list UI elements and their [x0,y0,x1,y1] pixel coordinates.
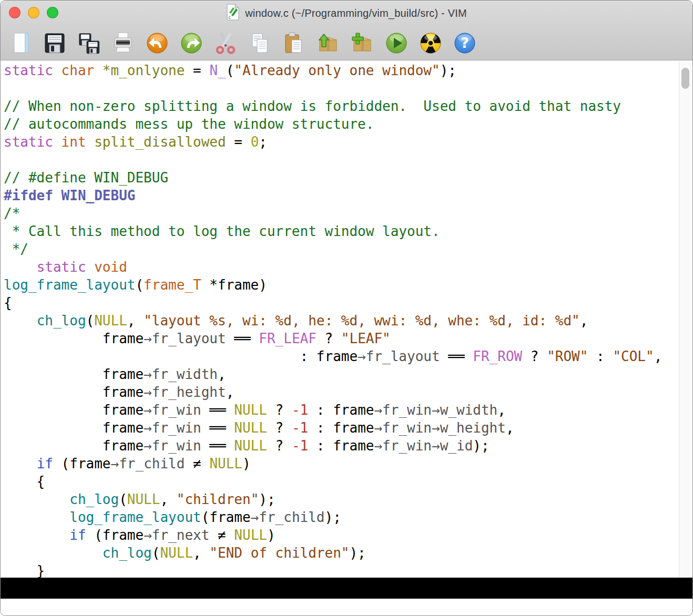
cut-button[interactable] [213,30,238,56]
make-button[interactable] [418,30,443,56]
minimize-button[interactable] [28,7,39,18]
new-document-icon [8,30,33,56]
printer-icon [110,30,136,56]
traffic-lights [9,7,58,18]
svg-text:?: ? [461,35,469,51]
code-line: // #define WIN_DEBUG [4,169,679,187]
scissors-icon [213,30,238,56]
save-session-button[interactable] [350,30,375,56]
code-line: { [4,294,679,312]
vim-window: c window.c (~/Programming/vim_build/src)… [0,0,693,616]
code-line: * Call this method to log the current wi… [4,222,679,240]
box-arrow-icon [315,30,341,56]
load-session-button[interactable] [315,30,341,56]
copy-pages-icon [247,30,272,56]
undo-button[interactable] [145,30,170,56]
command-line[interactable] [1,599,692,615]
code-line: frame→fr_win ══ NULL ? -1 : frame→fr_win… [4,437,679,455]
code-line: log_frame_layout(frame→fr_child); [4,508,679,526]
code-line: frame→fr_height, [4,383,679,401]
question-mark-icon: ? [452,30,477,56]
code-line: */ [4,240,679,258]
code-line: : frame→fr_layout ══ FR_ROW ? "ROW" : "C… [4,347,679,365]
code-line: if (frame→fr_child ≠ NULL) [4,455,679,473]
code-line: frame→fr_width, [4,365,679,383]
redo-arrow-icon [179,30,204,56]
scrollbar-track[interactable] [679,61,692,578]
title-group: c window.c (~/Programming/vim_build/src)… [226,4,467,23]
code-line: static char *m_onlyone = N_("Already onl… [4,61,679,79]
code-line: frame→fr_win ══ NULL ? -1 : frame→fr_win… [4,401,679,419]
status-line: ~/Programming/vim_build/src/window.c 80×… [1,578,692,599]
save-button[interactable] [42,30,67,56]
play-icon [384,30,409,56]
undo-arrow-icon [145,30,170,56]
code-line: ch_log(NULL, "children"); [4,490,679,508]
code-line [4,79,679,97]
double-floppy-icon [76,30,101,56]
svg-text:c: c [228,15,231,20]
code-line: // When non-zero splitting a window is f… [4,97,679,115]
code-line: frame→fr_win ══ NULL ? -1 : frame→fr_win… [4,419,679,437]
code-line: ch_log(NULL, "layout %s, wi: %d, he: %d,… [4,312,679,330]
code-line: // autocommands mess up the window struc… [4,115,679,133]
redo-button[interactable] [179,30,204,56]
paste-button[interactable] [281,30,307,56]
code-line: static int split_disallowed = 0; [4,133,679,151]
code-line: ch_log(NULL, "END of children"); [4,544,679,562]
toolbar: ? [1,26,692,60]
code-line: /* [4,204,679,222]
box-plus-icon [350,30,375,56]
run-script-button[interactable] [384,30,409,56]
print-button[interactable] [110,30,136,56]
scrollbar-thumb[interactable] [681,68,689,89]
code-line: frame→fr_layout ══ FR_LEAF ? "LEAF" [4,330,679,347]
window-title: window.c (~/Programming/vim_build/src) -… [245,7,467,19]
code-line: if (frame→fr_next ≠ NULL) [4,526,679,544]
document-proxy-icon[interactable]: c [226,4,240,23]
clipboard-icon [281,30,307,56]
code-line: { [4,473,679,490]
new-file-button[interactable] [8,30,33,56]
code-line: } [4,562,679,578]
code-line [4,151,679,169]
radiation-icon [418,30,443,56]
floppy-disk-icon [42,30,67,56]
window-header: c window.c (~/Programming/vim_build/src)… [1,1,692,60]
help-button[interactable]: ? [452,30,477,56]
code-line: static void [4,258,679,276]
code-area[interactable]: static char *m_onlyone = N_("Already onl… [1,61,679,578]
close-button[interactable] [9,7,21,18]
code-line: log_frame_layout(frame_T *frame) [4,276,679,294]
copy-button[interactable] [247,30,272,56]
zoom-button[interactable] [47,7,58,18]
titlebar[interactable]: c window.c (~/Programming/vim_build/src)… [1,1,692,26]
code-line: #ifdef WIN_DEBUG [4,187,679,204]
save-all-button[interactable] [76,30,101,56]
